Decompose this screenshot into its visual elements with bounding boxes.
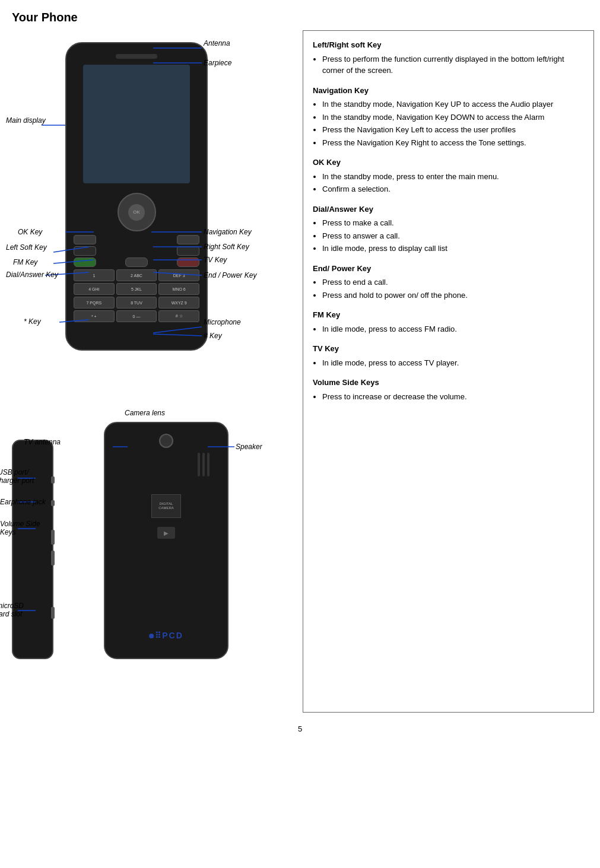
star-key-label: * Key [24, 317, 42, 326]
dial-answer-key-bullets: Press to make a call. Press to answer a … [313, 217, 584, 255]
dial-answer-key-label: Dial/Answer Key [6, 271, 59, 279]
dial-answer-key-section: Dial/Answer Key Press to make a call. Pr… [313, 204, 584, 255]
dial-answer-key-title: Dial/Answer Key [313, 204, 584, 215]
dial-answer-key-bullet-1: Press to make a call. [322, 217, 584, 229]
ok-key-label: OK Key [18, 228, 43, 236]
navigation-key-bullet-1: In the standby mode, Navigation Key UP t… [322, 98, 584, 110]
tv-key-bullets: In idle mode, press to access TV player. [313, 357, 584, 369]
left-right-soft-key-title: Left/Right soft Key [313, 39, 584, 51]
end-power-key-bullets: Press to end a call. Press and hold to p… [313, 276, 584, 301]
ok-key-bullet-1: In the standby mode, press to enter the … [322, 171, 584, 183]
tv-antenna-label: TV antenna [24, 438, 61, 446]
volume-side-keys-bullets: Press to increase or decrease the volume… [313, 391, 584, 403]
microsd-label: microSD [0, 602, 24, 610]
back-labels-svg: TV antenna Speaker USB port/ Charger por… [6, 404, 297, 713]
ok-key-bullet-2: Confirm a selection. [322, 183, 584, 195]
volume-side-keys-section: Volume Side Keys Press to increase or de… [313, 377, 584, 402]
tv-key-label: TV Key [204, 256, 227, 264]
svg-line-5 [53, 247, 89, 252]
volume-side-keys-title: Volume Side Keys [313, 377, 584, 389]
ok-key-section: OK Key In the standby mode, press to ent… [313, 157, 584, 195]
speaker-label: Speaker [236, 443, 263, 451]
end-power-key-title: End/ Power Key [313, 263, 584, 275]
end-power-key-section: End/ Power Key Press to end a call. Pres… [313, 263, 584, 301]
page-number: 5 [0, 724, 600, 739]
main-display-label: Main display [6, 116, 46, 125]
phone-diagram: OK 1 [6, 30, 297, 713]
fm-key-title: FM Key [313, 309, 584, 321]
hash-key-label: # Key [204, 332, 223, 340]
fm-key-bullets: In idle mode, press to access FM radio. [313, 323, 584, 335]
ok-key-bullets: In the standby mode, press to enter the … [313, 171, 584, 195]
fm-key-section: FM Key In idle mode, press to access FM … [313, 309, 584, 335]
navigation-key-bullet-3: Press the Navigation Key Left to access … [322, 124, 584, 136]
tv-key-bullet-1: In idle mode, press to access TV player. [322, 357, 584, 369]
svg-line-12 [153, 327, 202, 333]
volume-side-keys-label: Volume Side [0, 520, 40, 528]
end-power-key-label: End / Power Key [204, 271, 257, 279]
ok-key-title: OK Key [313, 157, 584, 168]
fm-key-bullet-1: In idle mode, press to access FM radio. [322, 323, 584, 335]
fm-key-label: FM Key [13, 258, 38, 266]
microphone-label: Microphone [204, 318, 241, 326]
end-power-key-bullet-2: Press and hold to power on/ off the phon… [322, 290, 584, 301]
dial-answer-key-bullet-2: Press to answer a call. [322, 230, 584, 242]
info-panel: Left/Right soft Key Press to perform the… [303, 30, 594, 713]
phone-front-diagram: OK 1 [6, 30, 297, 398]
dial-answer-key-bullet-3: In idle mode, press to display call list [322, 243, 584, 255]
svg-line-11 [59, 320, 89, 322]
navigation-key-title: Navigation Key [313, 85, 584, 97]
page-title: Your Phone [0, 0, 600, 30]
left-right-soft-key-section: Left/Right soft Key Press to perform the… [313, 39, 584, 77]
svg-line-10 [153, 272, 202, 275]
earphone-jack-label: Earphone jack [0, 498, 46, 506]
left-right-soft-key-bullet-1: Press to perform the function currently … [322, 53, 584, 77]
front-labels-svg: Antenna Earpiece Main display OK Key Nav… [6, 30, 297, 398]
volume-side-keys-bullet-1: Press to increase or decrease the volume… [322, 391, 584, 403]
volume-side-keys-label2: Keys [0, 528, 16, 536]
tv-key-title: TV Key [313, 343, 584, 355]
charger-port-label: Charger port [0, 476, 34, 485]
right-soft-key-label: Right Soft Key [204, 243, 250, 251]
left-soft-key-label: Left Soft Key [6, 243, 47, 252]
microsd-label2: card slot [0, 610, 23, 618]
navigation-key-bullet-2: In the standby mode, Navigation Key DOWN… [322, 112, 584, 123]
end-power-key-bullet-1: Press to end a call. [322, 276, 584, 288]
left-right-soft-key-bullets: Press to perform the function currently … [313, 53, 584, 77]
navigation-key-section: Navigation Key In the standby mode, Navi… [313, 85, 584, 149]
svg-line-13 [153, 334, 202, 336]
tv-key-section: TV Key In idle mode, press to access TV … [313, 343, 584, 368]
navigation-key-bullets: In the standby mode, Navigation Key UP t… [313, 98, 584, 148]
usb-port-label: USB port/ [0, 468, 30, 476]
navigation-key-label: Navigation Key [204, 228, 252, 236]
antenna-label: Antenna [203, 39, 230, 47]
earpiece-label: Earpiece [204, 59, 232, 67]
phone-back-diagram: Camera lens DIGITALCAMERA ▶ [6, 404, 297, 713]
svg-line-7 [53, 260, 94, 263]
navigation-key-bullet-4: Press the Navigation Key Right to access… [322, 137, 584, 149]
